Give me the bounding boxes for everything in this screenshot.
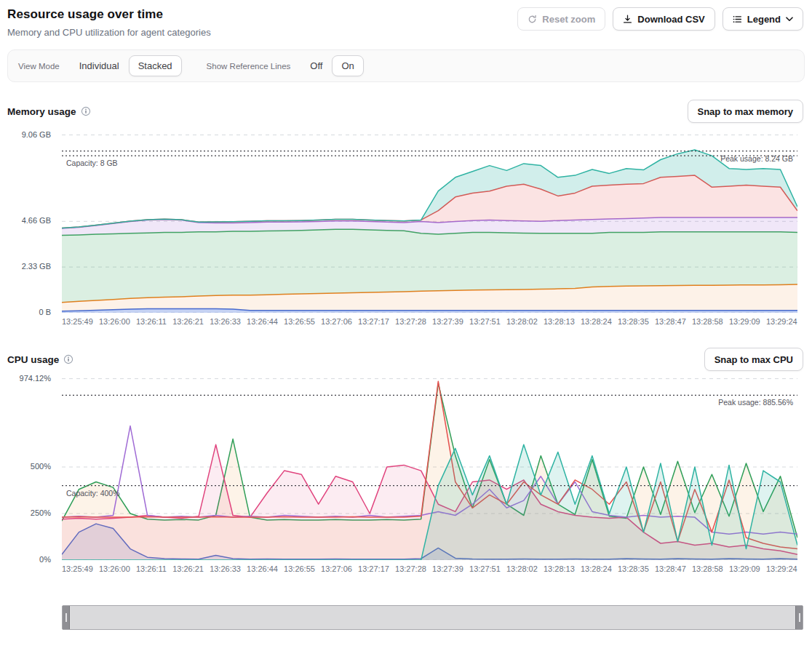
- x-axis-tick: 13:28:47: [655, 317, 686, 326]
- download-icon: [623, 15, 632, 24]
- x-axis-tick: 13:26:11: [136, 317, 167, 326]
- header-actions: Reset zoom Download CSV Legend: [517, 7, 803, 31]
- x-axis-tick: 13:28:24: [581, 317, 612, 326]
- memory-title-text: Memory usage: [7, 106, 76, 117]
- x-axis-tick: 13:28:13: [544, 317, 575, 326]
- x-axis-tick: 13:28:35: [618, 564, 649, 573]
- legend-button[interactable]: Legend: [723, 7, 803, 31]
- page-subtitle: Memory and CPU utilization for agent cat…: [7, 27, 211, 38]
- x-axis-tick: 13:27:51: [469, 564, 501, 573]
- view-mode-label: View Mode: [18, 62, 60, 71]
- x-axis-tick: 13:27:17: [358, 317, 389, 326]
- x-axis-tick: 13:28:47: [655, 564, 686, 573]
- legend-list-icon: [733, 15, 742, 24]
- snap-to-max-memory-button[interactable]: Snap to max memory: [688, 100, 804, 123]
- x-axis-tick: 13:29:24: [766, 564, 797, 573]
- page-header: Resource usage over time Memory and CPU …: [0, 0, 812, 38]
- brush-row: [62, 605, 803, 630]
- x-axis-tick: 13:26:55: [284, 317, 315, 326]
- info-icon[interactable]: [81, 106, 91, 116]
- x-axis-tick: 13:27:51: [469, 317, 501, 326]
- x-axis-tick: 13:29:24: [766, 317, 797, 326]
- x-axis-tick: 13:27:06: [321, 317, 352, 326]
- x-axis-tick: 13:29:09: [729, 564, 760, 573]
- cpu-y-axis: 0%250%500%974.12%: [0, 375, 57, 582]
- x-axis-tick: 13:28:58: [692, 317, 723, 326]
- x-axis-tick: 13:29:09: [729, 317, 760, 326]
- view-controls-bar: View Mode Individual Stacked Show Refere…: [7, 49, 805, 82]
- x-axis-tick: 13:27:28: [395, 564, 426, 573]
- legend-label: Legend: [747, 14, 781, 25]
- view-mode-stacked[interactable]: Stacked: [129, 55, 182, 76]
- y-axis-tick: 974.12%: [20, 374, 51, 383]
- x-axis-tick: 13:26:21: [172, 317, 204, 326]
- download-csv-button[interactable]: Download CSV: [613, 7, 715, 31]
- cpu-x-axis: 13:25:4913:26:0013:26:1113:26:2113:26:33…: [62, 564, 797, 573]
- memory-y-axis: 0 B2.33 GB4.66 GB9.06 GB: [0, 127, 57, 335]
- snap-to-max-cpu-button[interactable]: Snap to max CPU: [704, 348, 803, 371]
- y-axis-tick: 2.33 GB: [22, 262, 51, 271]
- x-axis-tick: 13:28:35: [618, 317, 649, 326]
- cpu-section-title: CPU usage: [7, 354, 73, 365]
- cpu-chart: 0%250%500%974.12% Capacity: 400%Peak usa…: [0, 375, 812, 582]
- memory-section-title: Memory usage: [7, 106, 91, 117]
- reference-lines-off[interactable]: Off: [300, 55, 332, 76]
- x-axis-tick: 13:28:02: [506, 317, 538, 326]
- x-axis-tick: 13:26:33: [210, 564, 241, 573]
- x-axis-tick: 13:25:49: [62, 317, 93, 326]
- x-axis-tick: 13:26:44: [247, 564, 278, 573]
- y-axis-tick: 500%: [31, 462, 51, 471]
- x-axis-tick: 13:27:28: [395, 317, 426, 326]
- y-axis-tick: 0 B: [39, 308, 51, 316]
- page-title: Resource usage over time: [7, 7, 211, 22]
- brush-handle-right[interactable]: [795, 606, 803, 629]
- memory-x-axis: 13:25:4913:26:0013:26:1113:26:2113:26:33…: [62, 317, 797, 326]
- y-axis-tick: 0%: [39, 555, 51, 564]
- x-axis-tick: 13:26:55: [284, 564, 315, 573]
- x-axis-tick: 13:28:13: [544, 564, 575, 573]
- x-axis-tick: 13:27:39: [432, 317, 463, 326]
- reference-lines-on[interactable]: On: [332, 55, 363, 76]
- memory-chart-plot[interactable]: [62, 127, 797, 313]
- x-axis-tick: 13:28:02: [506, 564, 538, 573]
- x-axis-tick: 13:26:21: [172, 564, 204, 573]
- chevron-down-icon: [786, 17, 793, 22]
- x-axis-tick: 13:27:06: [321, 564, 352, 573]
- x-axis-tick: 13:28:58: [692, 564, 723, 573]
- x-axis-tick: 13:26:44: [247, 317, 278, 326]
- y-axis-tick: 4.66 GB: [22, 216, 51, 225]
- x-axis-tick: 13:26:33: [210, 317, 241, 326]
- reset-zoom-icon: [528, 15, 537, 24]
- x-axis-tick: 13:26:11: [136, 564, 167, 573]
- brush-handle-left[interactable]: [63, 606, 70, 629]
- download-csv-label: Download CSV: [637, 14, 704, 25]
- x-axis-tick: 13:27:39: [432, 564, 463, 573]
- info-icon[interactable]: [63, 354, 73, 364]
- x-axis-tick: 13:25:49: [62, 564, 93, 573]
- x-axis-tick: 13:26:00: [99, 317, 130, 326]
- view-mode-individual[interactable]: Individual: [70, 55, 129, 76]
- reset-zoom-button[interactable]: Reset zoom: [517, 7, 605, 31]
- cpu-section-header: CPU usage Snap to max CPU: [7, 348, 803, 371]
- x-axis-tick: 13:26:00: [99, 564, 130, 573]
- reset-zoom-label: Reset zoom: [542, 14, 595, 25]
- cpu-title-text: CPU usage: [7, 354, 59, 365]
- time-range-brush[interactable]: [62, 605, 803, 630]
- header-text: Resource usage over time Memory and CPU …: [7, 7, 211, 38]
- x-axis-tick: 13:28:24: [581, 564, 612, 573]
- show-reference-lines-label: Show Reference Lines: [207, 62, 291, 71]
- x-axis-tick: 13:27:17: [358, 564, 389, 573]
- y-axis-tick: 250%: [31, 508, 51, 517]
- memory-chart: 0 B2.33 GB4.66 GB9.06 GB Capacity: 8 GBP…: [0, 127, 812, 335]
- y-axis-tick: 9.06 GB: [22, 130, 51, 139]
- memory-section-header: Memory usage Snap to max memory: [7, 100, 803, 123]
- cpu-chart-plot[interactable]: [62, 375, 797, 560]
